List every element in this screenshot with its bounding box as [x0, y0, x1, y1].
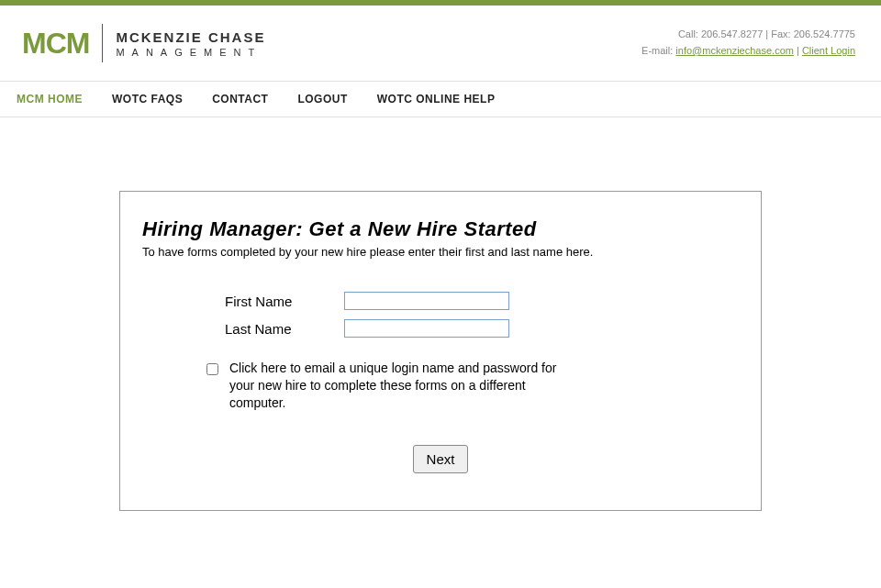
button-row: Next: [142, 445, 739, 473]
contact-line2: E-mail: info@mckenziechase.com | Client …: [641, 43, 855, 60]
page-subtitle: To have forms completed by your new hire…: [142, 245, 739, 259]
sep2: |: [794, 45, 802, 56]
nav-logout[interactable]: LOGOUT: [297, 93, 347, 105]
contact-line1: Call: 206.547.8277 | Fax: 206.524.7775: [641, 27, 855, 43]
last-name-label: Last Name: [225, 321, 344, 337]
content-area: Hiring Manager: Get a New Hire Started T…: [0, 117, 881, 548]
last-name-input[interactable]: [344, 319, 509, 338]
first-name-row: First Name: [142, 292, 739, 310]
logo-line1: MCKENZIE CHASE: [116, 29, 265, 45]
last-name-row: Last Name: [142, 319, 739, 338]
nav-contact[interactable]: CONTACT: [212, 93, 268, 105]
page-title: Hiring Manager: Get a New Hire Started: [142, 217, 739, 241]
nav-wotc-faqs[interactable]: WOTC FAQS: [112, 93, 183, 105]
sep1: |: [763, 28, 771, 39]
logo-line2: MANAGEMENT: [116, 47, 265, 58]
next-button[interactable]: Next: [413, 445, 469, 473]
first-name-input[interactable]: [344, 292, 509, 310]
nav-bar: MCM HOME WOTC FAQS CONTACT LOGOUT WOTC O…: [0, 82, 881, 117]
nav-mcm-home[interactable]: MCM HOME: [17, 93, 83, 105]
nav-wotc-online-help[interactable]: WOTC ONLINE HELP: [377, 93, 496, 105]
logo-abbrev: MCM: [22, 27, 89, 61]
email-login-checkbox-label: Click here to email a unique login name …: [229, 360, 578, 412]
call-number: 206.547.8277: [701, 28, 763, 39]
email-link[interactable]: info@mckenziechase.com: [675, 45, 794, 56]
checkbox-row: Click here to email a unique login name …: [142, 360, 739, 412]
fax-number: 206.524.7775: [794, 28, 855, 39]
form-box: Hiring Manager: Get a New Hire Started T…: [119, 191, 762, 511]
fax-prefix: Fax:: [771, 28, 793, 39]
contact-info: Call: 206.547.8277 | Fax: 206.524.7775 E…: [641, 27, 855, 59]
logo-divider: [102, 24, 103, 62]
logo-block: MCM MCKENZIE CHASE MANAGEMENT: [22, 24, 265, 62]
call-prefix: Call:: [678, 28, 701, 39]
header: MCM MCKENZIE CHASE MANAGEMENT Call: 206.…: [0, 6, 881, 82]
client-login-link[interactable]: Client Login: [802, 45, 855, 56]
email-prefix: E-mail:: [641, 45, 675, 56]
first-name-label: First Name: [225, 294, 344, 309]
logo-text: MCKENZIE CHASE MANAGEMENT: [116, 29, 265, 58]
email-login-checkbox[interactable]: [206, 363, 218, 375]
